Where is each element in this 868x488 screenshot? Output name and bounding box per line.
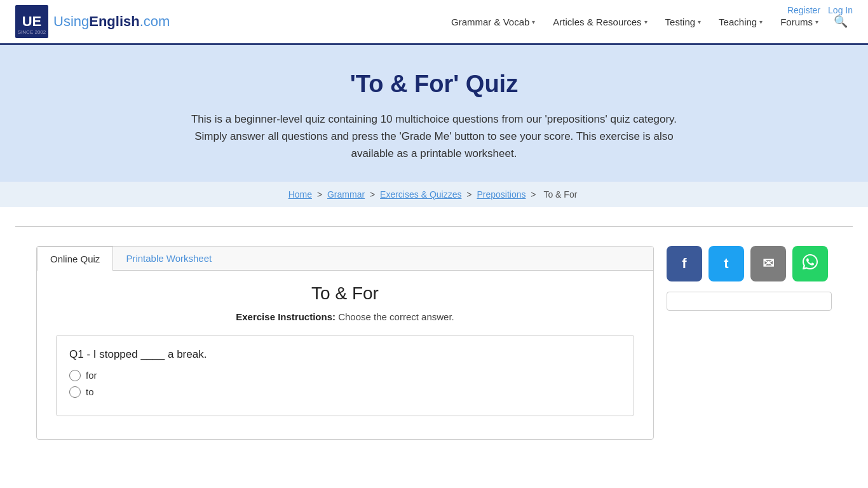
- tab-online-quiz[interactable]: Online Quiz: [37, 247, 113, 271]
- instructions-text: Choose the correct answer.: [338, 311, 454, 322]
- login-link[interactable]: Log In: [828, 5, 853, 15]
- radio-q1-to[interactable]: [69, 386, 81, 398]
- logo-box: UE SINCE 2002: [15, 5, 48, 38]
- whatsapp-icon: [803, 254, 818, 273]
- nav-testing[interactable]: Testing ▾: [658, 11, 709, 32]
- whatsapp-share-button[interactable]: [792, 246, 828, 281]
- quiz-body: To & For Exercise Instructions: Choose t…: [37, 271, 653, 439]
- breadcrumb-prepositions[interactable]: Prepositions: [477, 189, 526, 200]
- chevron-down-icon: ▾: [532, 18, 535, 25]
- answer-label-for: for: [86, 370, 97, 381]
- breadcrumb-current: To & For: [543, 189, 577, 200]
- chevron-down-icon: ▾: [759, 18, 763, 25]
- social-share-buttons: f t ✉: [667, 246, 832, 281]
- question-box-q1: Q1 - I stopped ____ a break. for to: [56, 335, 634, 416]
- logo-since: SINCE 2002: [18, 29, 46, 35]
- answer-option-for[interactable]: for: [69, 370, 621, 381]
- nav-teaching[interactable]: Teaching ▾: [711, 11, 770, 32]
- tab-printable-worksheet[interactable]: Printable Worksheet: [113, 247, 224, 271]
- facebook-icon: f: [682, 255, 686, 272]
- quiz-section: Online Quiz Printable Worksheet To & For…: [36, 246, 654, 440]
- question-text-q1: Q1 - I stopped ____ a break.: [69, 348, 621, 361]
- breadcrumb-grammar[interactable]: Grammar: [327, 189, 365, 200]
- breadcrumb: Home > Grammar > Exercises & Quizzes > P…: [0, 182, 868, 207]
- main-content: Online Quiz Printable Worksheet To & For…: [21, 233, 847, 452]
- facebook-share-button[interactable]: f: [667, 246, 702, 281]
- twitter-icon: t: [724, 255, 728, 272]
- email-share-button[interactable]: ✉: [750, 246, 786, 281]
- hero-banner: 'To & For' Quiz This is a beginner-level…: [0, 45, 868, 182]
- answer-label-to: to: [86, 386, 94, 397]
- sidebar-search-input[interactable]: [667, 292, 832, 311]
- page-title: 'To & For' Quiz: [13, 71, 855, 98]
- chevron-down-icon: ▾: [698, 18, 701, 25]
- instructions-label: Exercise Instructions:: [236, 311, 336, 322]
- breadcrumb-home[interactable]: Home: [288, 189, 312, 200]
- email-icon: ✉: [763, 255, 774, 272]
- breadcrumb-exercises-quizzes[interactable]: Exercises & Quizzes: [380, 189, 461, 200]
- chevron-down-icon: ▾: [644, 18, 648, 25]
- logo-text: UsingEnglish.com: [53, 13, 170, 30]
- sidebar: f t ✉: [667, 246, 832, 440]
- quiz-tabs: Online Quiz Printable Worksheet: [37, 247, 653, 271]
- site-logo[interactable]: UE SINCE 2002 UsingEnglish.com: [15, 5, 170, 38]
- nav-articles-resources[interactable]: Articles & Resources ▾: [545, 11, 654, 32]
- quiz-title: To & For: [56, 283, 634, 304]
- radio-q1-for[interactable]: [69, 370, 81, 381]
- hero-description: This is a beginner-level quiz containing…: [180, 111, 688, 163]
- quiz-instructions: Exercise Instructions: Choose the correc…: [56, 311, 634, 322]
- logo-initials: UE: [22, 13, 42, 30]
- nav-grammar-vocab[interactable]: Grammar & Vocab ▾: [444, 11, 543, 32]
- register-link[interactable]: Register: [787, 5, 820, 15]
- twitter-share-button[interactable]: t: [709, 246, 744, 281]
- chevron-down-icon: ▾: [815, 18, 818, 25]
- answer-option-to[interactable]: to: [69, 386, 621, 398]
